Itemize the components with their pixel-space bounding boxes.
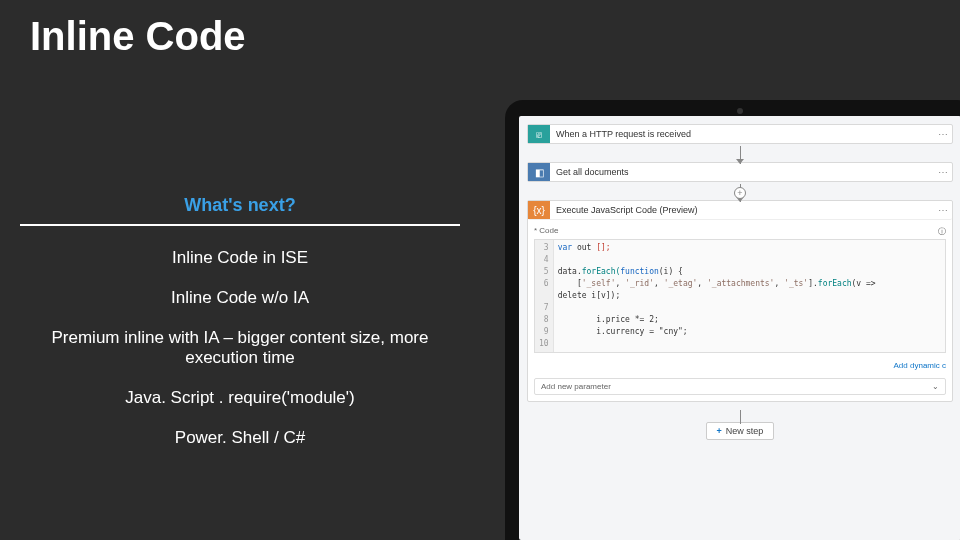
expand-icon[interactable]: ⋯ [934, 163, 952, 181]
code-gutter: 3 4 5 6 7 8 9 10 [535, 240, 554, 352]
cosmos-icon: ◧ [528, 163, 550, 181]
execjs-step-label: Execute JavaScript Code (Preview) [550, 201, 934, 219]
whats-next-header: What's next? [20, 195, 460, 226]
connector [527, 148, 953, 162]
code-editor[interactable]: 3 4 5 6 7 8 9 10 var out []; data.forEac… [534, 239, 946, 353]
new-step-button[interactable]: + New step [706, 422, 775, 440]
table-row: Inline Code in ISE [20, 238, 460, 278]
code-lines[interactable]: var out []; data.forEach(function(i) { [… [554, 240, 880, 352]
table-row: Power. Shell / C# [20, 418, 460, 458]
add-step-inline-icon[interactable]: + [734, 187, 746, 199]
connector: + [527, 186, 953, 200]
getdocs-step-label: Get all documents [550, 163, 934, 181]
laptop-frame: ⎚ When a HTTP request is received ⋯ ◧ Ge… [505, 100, 960, 540]
trigger-step-label: When a HTTP request is received [550, 125, 934, 143]
expand-icon[interactable]: ⋯ [934, 201, 952, 219]
connector [527, 412, 953, 422]
getdocs-step[interactable]: ◧ Get all documents ⋯ [527, 162, 953, 182]
trigger-step[interactable]: ⎚ When a HTTP request is received ⋯ [527, 124, 953, 144]
execjs-step-header[interactable]: {x} Execute JavaScript Code (Preview) ⋯ [528, 201, 952, 220]
slide-title: Inline Code [30, 14, 246, 59]
info-icon[interactable]: ⓘ [938, 226, 946, 237]
add-dynamic-content-link[interactable]: Add dynamic c [528, 357, 952, 374]
table-row: Inline Code w/o IA [20, 278, 460, 318]
logic-app-designer: ⎚ When a HTTP request is received ⋯ ◧ Ge… [519, 116, 960, 540]
plus-icon: + [717, 426, 722, 436]
add-new-parameter-dropdown[interactable]: Add new parameter ⌄ [534, 378, 946, 395]
arrow-down-icon [736, 159, 744, 164]
http-trigger-icon: ⎚ [528, 125, 550, 143]
expand-icon[interactable]: ⋯ [934, 125, 952, 143]
execjs-step: {x} Execute JavaScript Code (Preview) ⋯ … [527, 200, 953, 402]
inline-code-icon: {x} [528, 201, 550, 219]
table-row: Java. Script . require('module') [20, 378, 460, 418]
code-section-label: * Code ⓘ [534, 224, 946, 239]
table-row: Premium inline with IA – bigger content … [20, 318, 460, 378]
chevron-down-icon: ⌄ [932, 382, 939, 391]
camera-dot [737, 108, 743, 114]
whats-next-table: What's next? Inline Code in ISE Inline C… [20, 195, 460, 458]
